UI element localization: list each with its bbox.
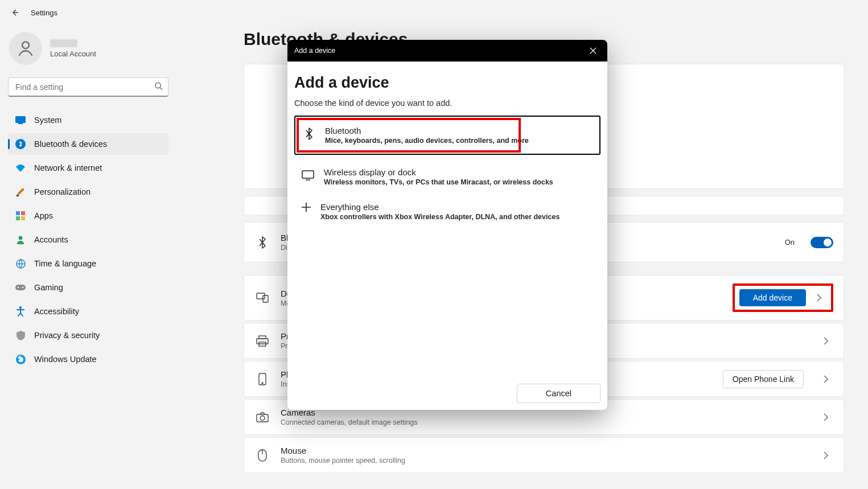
sidebar-item-label: Privacy & security <box>34 331 100 340</box>
back-button[interactable] <box>6 3 24 22</box>
sidebar-item-label: System <box>34 116 61 125</box>
paintbrush-icon <box>15 186 26 198</box>
add-device-highlight: Add device <box>733 283 833 312</box>
account-type: Local Account <box>50 50 96 58</box>
row-phone[interactable]: Phone Link Instantly access your Android… <box>244 361 844 397</box>
sidebar-item-bluetooth-devices[interactable]: Bluetooth & devices <box>8 133 168 155</box>
printer-icon <box>254 333 270 349</box>
avatar <box>9 32 42 65</box>
sidebar-item-windows-update[interactable]: Windows Update <box>8 348 168 370</box>
page-title: Bluetooth & devices <box>244 30 844 49</box>
gamepad-icon <box>15 282 26 293</box>
shield-icon <box>15 330 26 341</box>
row-sub: Buttons, mouse pointer speed, scrolling <box>281 457 804 465</box>
account-block[interactable]: Local Account <box>8 30 168 75</box>
chevron-right-icon <box>818 413 833 421</box>
search-input[interactable] <box>8 77 168 97</box>
toggle-label: On <box>785 238 795 246</box>
row-printers[interactable]: Printers & scanners Preferences, trouble… <box>244 323 844 359</box>
svg-point-23 <box>262 383 263 384</box>
svg-rect-7 <box>21 211 25 215</box>
sidebar-item-system[interactable]: System <box>8 109 168 131</box>
bluetooth-circle-icon <box>15 138 26 150</box>
row-title: Mouse <box>281 446 804 455</box>
person-solid-icon <box>15 234 26 245</box>
wifi-icon <box>15 162 26 174</box>
open-phone-link-button[interactable]: Open Phone Link <box>723 370 804 388</box>
sidebar-item-label: Gaming <box>34 283 63 292</box>
chevron-right-icon <box>818 337 833 345</box>
sidebar-item-apps[interactable]: Apps <box>8 205 168 227</box>
sidebar-item-network[interactable]: Network & internet <box>8 157 168 179</box>
sidebar: Local Account System Bluetooth & devices… <box>0 25 176 489</box>
row-title: Phone Link <box>281 369 713 379</box>
add-device-button[interactable]: Add device <box>739 289 806 306</box>
row-title: Cameras <box>281 408 804 417</box>
svg-point-15 <box>19 306 22 309</box>
row-bluetooth-toggle[interactable]: Bluetooth Discoverable On <box>244 222 844 262</box>
sidebar-item-accessibility[interactable]: Accessibility <box>8 301 168 322</box>
display-icon <box>15 114 26 126</box>
sidebar-item-gaming[interactable]: Gaming <box>8 277 168 298</box>
update-icon <box>15 354 26 365</box>
sidebar-item-label: Personalization <box>34 187 90 196</box>
sidebar-item-label: Accounts <box>34 235 68 244</box>
account-name <box>50 39 77 47</box>
content-area: Bluetooth & devices Bluetooth Discoverab… <box>176 25 868 489</box>
row-cameras[interactable]: Cameras Connected cameras, default image… <box>244 399 844 435</box>
globe-icon <box>15 258 26 269</box>
camera-icon <box>254 409 270 425</box>
svg-rect-17 <box>257 293 265 299</box>
device-tiles-placeholder <box>244 64 844 189</box>
svg-rect-5 <box>17 195 19 196</box>
sidebar-item-accounts[interactable]: Accounts <box>8 229 168 250</box>
svg-rect-3 <box>18 123 23 124</box>
svg-rect-6 <box>16 211 20 215</box>
person-icon <box>16 39 35 58</box>
search-icon <box>154 82 163 93</box>
chevron-right-icon <box>818 375 833 383</box>
devices-icon <box>254 290 270 306</box>
svg-rect-12 <box>15 285 26 290</box>
search-wrap <box>8 77 168 97</box>
arrow-left-icon <box>10 8 19 17</box>
row-sub: Preferences, troubleshoot <box>281 342 804 350</box>
row-sub: Instantly access your Android device's p… <box>281 380 713 388</box>
svg-rect-9 <box>21 216 25 220</box>
sidebar-item-label: Accessibility <box>34 307 79 316</box>
row-sub: Mouse, keyboard, pen, audio, displays an… <box>281 299 722 307</box>
chevron-right-icon <box>818 451 833 459</box>
svg-point-25 <box>260 416 265 420</box>
bluetooth-icon <box>254 235 270 250</box>
bluetooth-toggle[interactable] <box>811 237 833 248</box>
sidebar-item-time-language[interactable]: Time & language <box>8 253 168 274</box>
row-sub: Connected cameras, default image setting… <box>281 418 804 426</box>
window-title: Settings <box>31 9 57 17</box>
svg-rect-19 <box>259 336 266 339</box>
svg-point-0 <box>22 42 29 48</box>
view-more-placeholder <box>244 196 844 215</box>
sidebar-item-privacy[interactable]: Privacy & security <box>8 324 168 346</box>
chevron-right-icon <box>812 294 826 302</box>
phone-icon <box>254 371 270 387</box>
accessibility-icon <box>15 306 26 317</box>
sidebar-item-label: Time & language <box>34 259 96 268</box>
apps-icon <box>15 210 26 221</box>
mouse-icon <box>254 447 270 463</box>
sidebar-item-label: Apps <box>34 211 53 220</box>
sidebar-item-label: Bluetooth & devices <box>34 139 107 149</box>
svg-point-14 <box>22 287 24 289</box>
sidebar-item-personalization[interactable]: Personalization <box>8 181 168 203</box>
sidebar-item-label: Windows Update <box>34 355 97 364</box>
sidebar-item-label: Network & internet <box>34 163 102 172</box>
row-title: Printers & scanners <box>281 331 804 341</box>
row-sub: Discoverable <box>281 244 775 252</box>
svg-point-1 <box>155 83 161 88</box>
titlebar: Settings <box>0 0 868 25</box>
svg-point-13 <box>18 287 19 289</box>
row-devices[interactable]: Devices Mouse, keyboard, pen, audio, dis… <box>244 275 844 320</box>
row-mouse[interactable]: Mouse Buttons, mouse pointer speed, scro… <box>244 437 844 473</box>
svg-point-10 <box>19 236 23 240</box>
svg-rect-8 <box>16 216 20 220</box>
row-title: Bluetooth <box>281 233 775 243</box>
